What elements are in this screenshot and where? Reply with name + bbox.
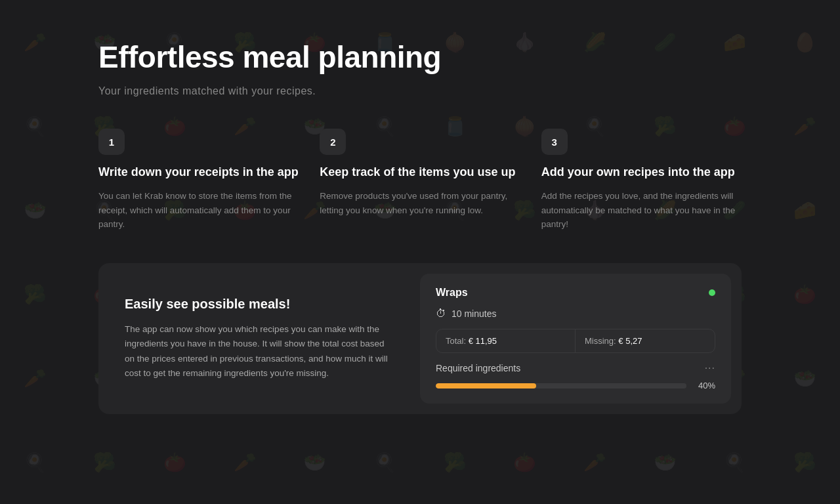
recipe-time: ⏱ 10 minutes [436,308,715,320]
steps-grid: 1 Write down your receipts in the app Yo… [98,129,742,232]
recipe-costs: Total: € 11,95 Missing: € 5,27 [436,329,715,353]
step-number-3: 3 [541,129,568,155]
ingredients-header: Required ingredients ··· [436,362,715,374]
meals-description: The app can now show you which recipes y… [125,322,394,381]
step-title-1: Write down your receipts in the app [98,164,299,180]
bottom-section: Easily see possible meals! The app can n… [98,263,742,414]
recipe-available-dot [709,289,715,296]
step-title-3: Add your own recipes into the app [541,164,742,180]
recipe-name: Wraps [436,287,468,299]
recipe-header: Wraps [436,287,715,299]
step-description-1: You can let Krab know to store the items… [98,189,299,232]
more-options-icon[interactable]: ··· [705,362,715,374]
step-card-1: 1 Write down your receipts in the app Yo… [98,129,299,232]
step-title-2: Keep track of the items you use up [320,164,520,180]
total-label: Total: [446,336,466,346]
step-number-2: 2 [320,129,346,155]
missing-cost-cell: Missing: € 5,27 [576,329,715,352]
hero-title: Effortless meal planning [98,39,742,75]
step-description-3: Add the recipes you love, and the ingred… [541,189,742,232]
hero-subtitle: Your ingredients matched with your recip… [98,85,742,97]
meals-info: Easily see possible meals! The app can n… [98,263,420,414]
step-number-1: 1 [98,129,125,155]
step-card-3: 3 Add your own recipes into the app Add … [541,129,742,232]
total-value: € 11,95 [469,336,497,346]
meals-title: Easily see possible meals! [125,297,394,312]
progress-bar-background [436,383,686,388]
progress-row: 40% [436,381,715,390]
recipe-card: Wraps ⏱ 10 minutes Total: € 11,95 Missin… [420,274,731,404]
missing-label: Missing: [585,336,616,346]
total-cost-cell: Total: € 11,95 [436,329,576,352]
timer-icon: ⏱ [436,308,446,320]
main-content: Effortless meal planning Your ingredient… [72,0,768,440]
step-card-2: 2 Keep track of the items you use up Rem… [320,129,520,232]
progress-bar-fill [436,383,536,388]
recipe-time-value: 10 minutes [452,308,496,319]
progress-percent: 40% [694,381,715,390]
ingredients-section: Required ingredients ··· 40% [436,362,715,390]
missing-value: € 5,27 [618,336,642,346]
ingredients-label: Required ingredients [436,363,520,373]
step-description-2: Remove products you've used from your pa… [320,189,520,217]
